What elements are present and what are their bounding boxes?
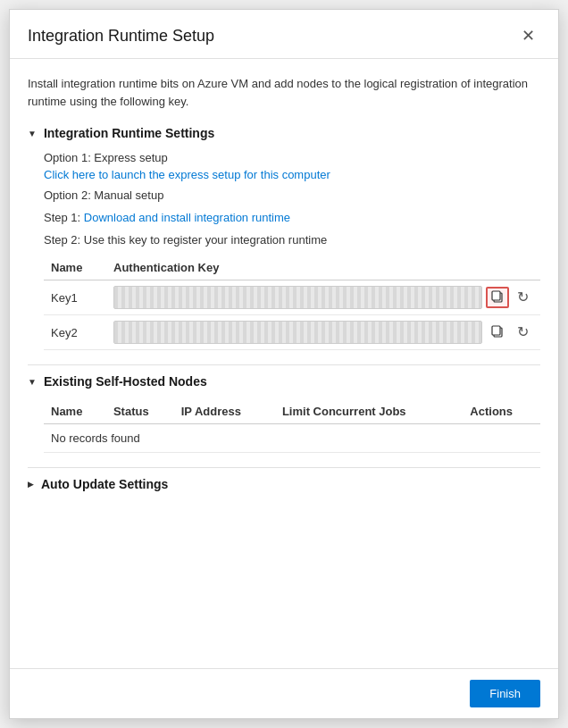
nodes-table: Name Status IP Address Limit Concurrent … — [44, 399, 540, 453]
integration-runtime-setup-dialog: Integration Runtime Setup ✕ Install inte… — [9, 9, 559, 719]
key1-value-cell: ↻ — [113, 286, 533, 309]
nodes-col-status: Status — [106, 399, 174, 424]
key2-value-cell: ↻ — [113, 321, 533, 344]
key1-name: Key1 — [51, 291, 78, 305]
key1-row: Key1 — [44, 280, 540, 315]
keys-table: Name Authentication Key Key1 — [44, 255, 540, 350]
auto-update-section: ▶ Auto Update Settings — [28, 477, 540, 491]
no-records-row: No records found — [44, 424, 540, 453]
svg-rect-3 — [492, 326, 500, 335]
step1-prefix: Step 1: — [44, 211, 84, 224]
nodes-col-ip: IP Address — [174, 399, 275, 424]
close-button[interactable]: ✕ — [516, 26, 540, 46]
express-setup-link[interactable]: Click here to launch the express setup f… — [44, 168, 330, 181]
auto-update-section-header[interactable]: ▶ Auto Update Settings — [28, 477, 540, 491]
divider-2 — [28, 467, 540, 468]
nodes-col-limit: Limit Concurrent Jobs — [275, 399, 463, 424]
key1-masked-value — [113, 286, 482, 309]
key2-copy-button[interactable] — [486, 322, 509, 343]
nodes-col-actions: Actions — [463, 399, 540, 424]
nodes-section-content: Name Status IP Address Limit Concurrent … — [28, 399, 540, 453]
key2-row: Key2 — [44, 315, 540, 350]
runtime-settings-section-header[interactable]: ▼ Integration Runtime Settings — [28, 126, 540, 140]
step2-text: Step 2: Use this key to register your in… — [44, 233, 540, 247]
col-auth-key-header: Authentication Key — [106, 255, 540, 280]
svg-rect-1 — [492, 291, 500, 300]
dialog-footer: Finish — [10, 668, 558, 718]
dialog-body: Install integration runtime bits on Azur… — [10, 59, 558, 668]
copy-icon-2 — [490, 324, 505, 339]
divider-1 — [28, 364, 540, 365]
nodes-triangle: ▼ — [28, 377, 37, 387]
runtime-settings-title: Integration Runtime Settings — [44, 126, 214, 140]
key2-name: Key2 — [51, 326, 78, 339]
download-link[interactable]: Download and install integration runtime — [84, 211, 290, 224]
nodes-section-header[interactable]: ▼ Existing Self-Hosted Nodes — [28, 374, 540, 389]
option2-label: Option 2: Manual setup — [44, 188, 540, 202]
refresh-icon: ↻ — [517, 289, 529, 305]
dialog-title: Integration Runtime Setup — [28, 27, 214, 46]
copy-icon — [490, 289, 505, 304]
nodes-section-title: Existing Self-Hosted Nodes — [44, 374, 207, 389]
nodes-col-name: Name — [44, 399, 106, 424]
finish-button[interactable]: Finish — [470, 680, 540, 707]
dialog-header: Integration Runtime Setup ✕ — [10, 10, 558, 59]
auto-update-triangle: ▶ — [28, 480, 34, 489]
intro-text: Install integration runtime bits on Azur… — [28, 75, 540, 110]
col-name-header: Name — [44, 255, 106, 280]
step1-text: Step 1: Download and install integration… — [44, 211, 540, 224]
option1-label: Option 1: Express setup — [44, 151, 540, 164]
key1-refresh-button[interactable]: ↻ — [513, 288, 533, 307]
key2-refresh-button[interactable]: ↻ — [513, 322, 533, 342]
auto-update-title: Auto Update Settings — [41, 477, 168, 491]
key2-masked-value — [113, 321, 482, 344]
refresh-icon-2: ↻ — [517, 324, 529, 339]
no-records-text: No records found — [44, 424, 540, 453]
key1-copy-button[interactable] — [486, 287, 509, 308]
runtime-settings-triangle: ▼ — [28, 129, 37, 138]
runtime-settings-content: Option 1: Express setup Click here to la… — [28, 151, 540, 350]
